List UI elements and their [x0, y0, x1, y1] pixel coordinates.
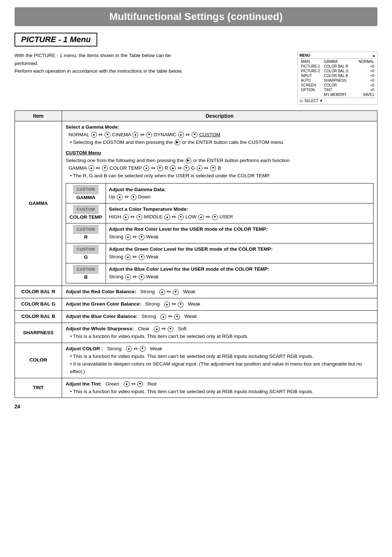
nav-down-icon6: ▼	[184, 165, 189, 171]
custom-badge-b: CUSTOM	[73, 265, 98, 274]
inner-item-g: CUSTOM G	[66, 243, 106, 263]
table-header-row: Item Description	[15, 111, 377, 121]
osd-row: MAIN GAMMA NORMAL	[299, 59, 376, 64]
nav-down-g: ▼	[139, 254, 144, 260]
col-desc-header: Description	[62, 111, 377, 121]
nav-up-gamma: ▲	[117, 194, 123, 200]
main-table: Item Description GAMMA Select a Gamma Mo…	[15, 110, 377, 398]
item-gamma: GAMMA	[15, 121, 62, 286]
nav-down-tint: ▼	[137, 381, 143, 387]
osd-footer: ⊙: SELECT ▼	[299, 98, 376, 103]
tint-note: • This is a function for video inputs. T…	[70, 388, 373, 396]
page-title: Multifunctional Settings (continued)	[15, 7, 377, 26]
osd-menu-cell: INPUT	[299, 73, 323, 78]
osd-menu-cell: SCREEN	[299, 83, 323, 88]
custom-badge-g: CUSTOM	[73, 245, 98, 254]
nav-down-icon7: ▼	[210, 165, 216, 171]
osd-val-cell: +0	[355, 73, 376, 78]
desc-colorbalg: Adjust the Green Color Balance: Strong ▲…	[62, 298, 377, 311]
inner-row-b: CUSTOM B Adjust the Blue Color Level for…	[66, 263, 373, 283]
nav-up-icon5: ▲	[143, 165, 149, 171]
intro-line1: With the PICTURE - 1 menu, the items sho…	[15, 53, 171, 58]
osd-up-arrow: ▲	[372, 53, 376, 57]
inner-row-r: CUSTOM R Adjust the Red Color Level for …	[66, 223, 373, 243]
item-colorbalg: COLOR BAL G	[15, 298, 62, 311]
table-row-sharpness: SHARPNESS Adjust the Whole Sharpness: Cl…	[15, 323, 377, 343]
item-color: COLOR	[15, 343, 62, 378]
osd-val-cell: SAVE1	[355, 92, 376, 97]
gamma-rgb-note: • The R, G and B can be selected only wh…	[70, 172, 373, 180]
osd-menu-cell: OPTION	[299, 88, 323, 92]
nav-right-icon: ▶	[175, 140, 180, 145]
osd-menu-cell	[299, 92, 323, 97]
intro-text: With the PICTURE - 1 menu, the items sho…	[15, 52, 298, 75]
nav-up-icon7: ▲	[197, 165, 203, 171]
intro-line3: Perform each operation in accordance wit…	[15, 68, 183, 74]
nav-up-g: ▲	[125, 254, 131, 260]
osd-row: PICTURE-2 COLOR BAL G +0	[299, 69, 376, 73]
nav-down-cbr: ▼	[173, 289, 179, 295]
osd-sub-cell: GAMMA	[323, 59, 355, 64]
col-item-header: Item	[15, 111, 62, 121]
nav-up-cbg: ▲	[164, 302, 170, 307]
desc-colorbalb: Adjust the Blue Color Balance: Strong ▲ …	[62, 311, 377, 323]
nav-right-icon2: ▶	[185, 158, 191, 164]
desc-tint: Adjust the Tint: Green ▲ ⇔ ▼ Red • This …	[62, 378, 377, 398]
custom-sub-table: CUSTOM GAMMA Adjust the Gamma Data: Up ▲…	[66, 183, 373, 283]
table-row-gamma: GAMMA Select a Gamma Mode: NORMAL ▲ ⇔ ▼ …	[15, 121, 377, 286]
nav-down-icon2: ▼	[146, 132, 152, 138]
nav-down-icon4: ▼	[102, 165, 108, 171]
osd-val-cell: +0	[355, 83, 376, 88]
nav-up-icon6: ▲	[170, 165, 176, 171]
osd-menu-label: MENU	[299, 53, 310, 57]
inner-item-gamma: CUSTOM GAMMA	[66, 183, 106, 203]
osd-menu-cell: PICTURE-2	[299, 69, 323, 73]
osd-sub-cell: MY MEMORY	[323, 92, 355, 97]
custom-badge-r: CUSTOM	[73, 225, 98, 234]
osd-val-cell: +0	[355, 88, 376, 92]
nav-down-col: ▼	[140, 346, 146, 352]
item-colorbalb: COLOR BAL B	[15, 311, 62, 323]
osd-menu-cell: MAIN	[299, 59, 323, 64]
osd-menu-cell: AUTO	[299, 78, 323, 83]
osd-table: MAIN GAMMA NORMAL PICTURE-1 COLOR BAL R …	[299, 59, 376, 97]
table-row-colorbalb: COLOR BAL B Adjust the Blue Color Balanc…	[15, 311, 377, 323]
nav-up-ct1: ▲	[123, 214, 129, 220]
inner-desc-g: Adjust the Green Color Level for the USE…	[106, 243, 373, 263]
intro-line2: performed.	[15, 61, 38, 66]
custom-menu-section: CUSTOM Menu Selecting one from the follo…	[66, 149, 373, 180]
color-note1: • This is a function for video inputs. T…	[70, 353, 373, 360]
osd-val-cell: +0	[355, 69, 376, 73]
color-note2: • It is unavailable to deepen colors on …	[70, 360, 373, 376]
nav-up-cbb: ▲	[160, 314, 166, 320]
nav-up-col: ▲	[126, 346, 132, 352]
osd-row: MY MEMORY SAVE1	[299, 92, 376, 97]
picture-menu-heading: PICTURE - 1 Menu	[15, 33, 97, 47]
inner-row-gamma: CUSTOM GAMMA Adjust the Gamma Data: Up ▲…	[66, 183, 373, 203]
nav-down-ct1: ▼	[136, 214, 142, 220]
custom-badge-gamma: CUSTOM	[73, 185, 98, 194]
nav-up-icon3: ▲	[178, 132, 184, 138]
inner-item-colortemp: CUSTOM COLOR TEMP	[66, 203, 106, 223]
custom-badge-colortemp: CUSTOM	[73, 205, 98, 214]
desc-sharpness: Adjust the Whole Sharpness: Clear ▲ ⇔ ▼ …	[62, 323, 377, 343]
table-row-colorbalr: COLOR BAL R Adjust the Red Color Balance…	[15, 286, 377, 298]
desc-colorbalr: Adjust the Red Color Balance: Strong ▲ ⇔…	[62, 286, 377, 298]
osd-sub-cell: COLOR BAL G	[323, 69, 355, 73]
osd-val-cell: +0	[355, 64, 376, 69]
nav-down-b: ▼	[139, 274, 144, 280]
osd-row: AUTO SHARPNESS +0	[299, 78, 376, 83]
osd-sub-cell: SHARPNESS	[323, 78, 355, 83]
nav-down-gamma: ▼	[131, 194, 136, 200]
osd-row: OPTION TINT +0	[299, 88, 376, 92]
nav-down-icon5: ▼	[157, 165, 163, 171]
osd-sub-cell: COLOR BAL B	[323, 73, 355, 78]
nav-down-ct2: ▼	[178, 214, 184, 220]
nav-down-icon3: ▼	[192, 132, 197, 138]
desc-color: Adjust COLOR : Strong ▲ ⇔ ▼ Weak • This …	[62, 343, 377, 378]
nav-down-ct3: ▼	[212, 214, 218, 220]
nav-down-cbb: ▼	[174, 314, 180, 320]
inner-row-g: CUSTOM G Adjust the Green Color Level fo…	[66, 243, 373, 263]
nav-down-r: ▼	[139, 234, 144, 240]
nav-up-ct2: ▲	[164, 214, 170, 220]
